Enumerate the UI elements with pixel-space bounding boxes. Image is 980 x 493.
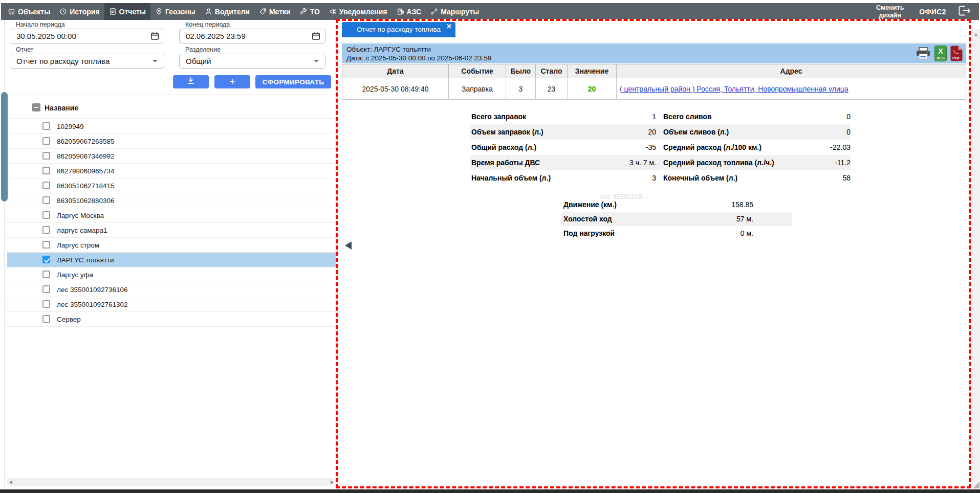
object-row[interactable]: ларгус самара1 — [7, 223, 336, 238]
horizontal-scrollbar[interactable] — [7, 478, 336, 486]
export-pdf-icon[interactable]: PDF — [950, 46, 963, 61]
nav-item-geozones[interactable]: Геозоны — [150, 3, 200, 20]
report-type-select[interactable]: Отчет по расходу топлива — [10, 54, 164, 69]
object-checkbox[interactable] — [42, 182, 50, 189]
summary-row: Объем заправок (л.)20Объем сливов (л.)0 — [470, 124, 851, 140]
object-row[interactable]: лес 355001092761302 — [7, 297, 336, 312]
object-checkbox[interactable] — [42, 256, 50, 263]
object-name: 863051062718415 — [57, 182, 115, 190]
left-panel: Начало периода 30.05.2025 00:00 Конец пе… — [4, 20, 336, 489]
object-row[interactable]: 862059067263585 — [7, 134, 336, 149]
history-icon — [59, 8, 67, 15]
object-checkbox[interactable] — [42, 285, 50, 293]
geozones-icon — [155, 8, 163, 15]
change-design-button[interactable]: Сменить дизайн — [873, 4, 907, 19]
close-icon[interactable]: ✕ — [446, 23, 452, 30]
vertical-scrollbar-thumb[interactable] — [1, 92, 8, 201]
report-type-label: Отчет — [16, 46, 33, 53]
movement-label: Под нагрузкой — [561, 229, 689, 237]
object-checkbox[interactable] — [42, 167, 50, 174]
chevron-down-icon — [153, 60, 158, 62]
movement-label: Движение (км.) — [561, 200, 689, 209]
nav-item-maintenance[interactable]: ТО — [295, 3, 324, 20]
period-start-label: Начало периода — [16, 21, 65, 28]
division-select[interactable]: Общий — [179, 54, 325, 69]
add-report-button[interactable]: + — [214, 75, 250, 88]
nav-item-notifications[interactable]: Уведомления — [324, 3, 392, 20]
object-checkbox[interactable] — [42, 122, 50, 130]
object-row[interactable]: Ларгус уфа — [7, 267, 336, 282]
object-checkbox[interactable] — [42, 241, 50, 249]
movement-label: Холостой ход — [561, 215, 689, 223]
report-date-line: Дата: с 2025-05-30 00:00 по 2025-06-02 2… — [346, 54, 966, 62]
object-checkbox[interactable] — [42, 196, 50, 204]
nav-item-objects[interactable]: Объекты — [3, 3, 55, 20]
nav-item-fuel-station[interactable]: АЗС — [392, 3, 426, 20]
object-checkbox[interactable] — [42, 137, 50, 145]
scroll-left-icon[interactable] — [9, 480, 12, 484]
nav-item-history[interactable]: История — [55, 3, 104, 20]
report-panel: Отчет по расходу топлива ✕ Объект: ЛАРГУ… — [336, 19, 971, 488]
resize-grip[interactable] — [973, 482, 979, 488]
logout-button[interactable] — [959, 6, 971, 18]
export-xls-icon[interactable]: X XLS — [934, 46, 947, 61]
report-header-bar: Объект: ЛАРГУС тольятти Дата: с 2025-05-… — [342, 43, 966, 63]
object-name: лес 355001092761302 — [57, 301, 128, 308]
vertical-scrollbar[interactable] — [972, 29, 980, 487]
summary-row: Всего заправок1Всего сливов0 — [470, 109, 851, 124]
summary-value: 0 — [787, 128, 851, 136]
object-checkbox[interactable] — [42, 271, 50, 278]
scroll-right-icon[interactable] — [331, 480, 334, 484]
table-header-2: Было — [506, 64, 536, 78]
nav-item-marks[interactable]: Метки — [254, 3, 295, 20]
object-row[interactable]: 863051062880306 — [7, 193, 336, 208]
generate-report-button[interactable]: СФОРМИРОВАТЬ — [255, 75, 331, 88]
object-row[interactable]: лес 355001092736106 — [7, 282, 336, 297]
summary-value: -22.03 — [787, 143, 851, 151]
summary-value: 20 — [596, 128, 656, 136]
object-name: лес 355001092736106 — [57, 286, 128, 294]
routes-icon — [430, 8, 438, 15]
select-all-checkbox[interactable] — [32, 103, 40, 111]
object-row[interactable]: 1029949 — [7, 119, 336, 134]
object-row[interactable]: Сервер — [7, 312, 336, 327]
object-checkbox[interactable] — [42, 300, 50, 308]
scroll-up-icon[interactable] — [974, 33, 978, 36]
object-list: 1029949862059067263585862059067346992862… — [7, 119, 336, 327]
summary-row: Время работы ДВС3 ч. 7 м.Средний расход … — [470, 155, 851, 170]
address-link[interactable]: ( центральный район ) Россия, Тольятти, … — [620, 85, 848, 93]
object-checkbox[interactable] — [42, 226, 50, 234]
tab-fuel-report[interactable]: Отчет по расходу топлива ✕ — [342, 22, 455, 37]
collapse-panel-icon[interactable] — [345, 241, 352, 250]
chevron-down-icon — [314, 60, 319, 62]
movement-value: 0 м. — [689, 229, 792, 237]
print-icon[interactable] — [916, 47, 931, 60]
nav-item-reports[interactable]: Отчеты — [104, 3, 150, 20]
nav-item-drivers[interactable]: Водители — [200, 3, 254, 20]
object-row[interactable]: 862798060965734 — [7, 164, 336, 178]
object-row[interactable]: 863051062718415 — [7, 178, 336, 193]
nav-item-label: Геозоны — [165, 8, 195, 16]
download-button[interactable] — [173, 75, 209, 88]
object-row[interactable]: ЛАРГУС тольятти — [7, 253, 336, 267]
fuel-summary-table: Всего заправок1Всего сливов0Объем заправ… — [470, 109, 851, 186]
tab-title: Отчет по расходу топлива — [357, 26, 441, 33]
nav-item-label: ТО — [310, 8, 320, 16]
download-icon — [187, 77, 195, 87]
division-label: Разделение — [185, 46, 221, 53]
object-row[interactable]: 862059067346992 — [7, 149, 336, 164]
drivers-icon — [205, 8, 212, 15]
object-checkbox[interactable] — [42, 152, 50, 160]
object-checkbox[interactable] — [42, 315, 50, 323]
period-start-input[interactable]: 30.05.2025 00:00 — [10, 29, 164, 43]
period-end-input[interactable]: 02.06.2025 23:59 — [179, 29, 325, 43]
top-navigation-bar: ОбъектыИсторияОтчетыГеозоныВодителиМетки… — [1, 3, 979, 20]
calendar-icon[interactable] — [150, 32, 159, 40]
summary-label: Начальный объем (л.) — [470, 174, 596, 182]
object-row[interactable]: Ларгус Москва — [7, 208, 336, 223]
object-name: ларгус самара1 — [57, 227, 107, 234]
object-row[interactable]: Ларгус стром — [7, 238, 336, 253]
nav-item-routes[interactable]: Маршруты — [426, 3, 484, 20]
object-checkbox[interactable] — [42, 211, 50, 219]
calendar-icon[interactable] — [312, 32, 320, 40]
